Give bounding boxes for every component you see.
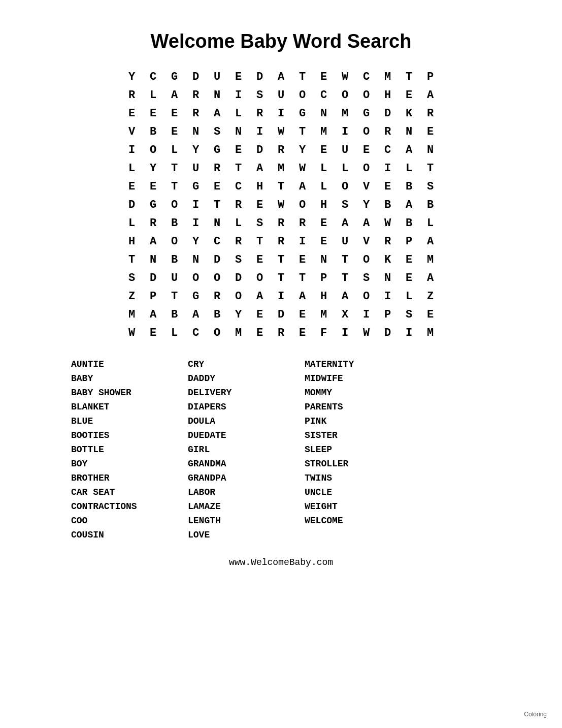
cell-11-1: D (143, 269, 164, 287)
cell-0-5: E (228, 68, 249, 86)
cell-14-2: L (164, 324, 185, 342)
cell-0-7: A (271, 68, 292, 86)
cell-14-6: E (249, 324, 271, 342)
cell-11-2: U (164, 269, 185, 287)
cell-11-6: O (249, 269, 271, 287)
cell-1-5: I (228, 86, 249, 104)
cell-7-8: O (292, 196, 313, 214)
cell-14-7: R (271, 324, 292, 342)
cell-4-3: Y (185, 141, 207, 159)
cell-6-3: G (185, 177, 207, 196)
cell-11-11: S (356, 269, 377, 287)
cell-13-3: A (185, 305, 207, 324)
word-item-1-10: LAMAZE (188, 499, 305, 514)
cell-4-14: N (420, 141, 441, 159)
page-title: Welcome Baby Word Search (41, 30, 521, 52)
cell-12-12: I (377, 287, 399, 305)
cell-6-6: H (249, 177, 271, 196)
website-url: www.WelcomeBaby.com (41, 557, 521, 567)
cell-9-6: T (249, 232, 271, 250)
word-item-0-12: COUSIN (71, 528, 188, 542)
word-item-2-6: SLEEP (305, 442, 421, 457)
word-item-0-10: CONTRACTIONS (71, 499, 188, 514)
cell-0-6: D (249, 68, 271, 86)
cell-12-10: A (335, 287, 356, 305)
cell-10-1: N (143, 250, 164, 269)
cell-5-8: W (292, 159, 313, 177)
cell-3-11: O (356, 122, 377, 141)
word-item-1-1: DADDY (188, 371, 305, 386)
cell-13-8: E (292, 305, 313, 324)
cell-7-7: W (271, 196, 292, 214)
cell-11-9: P (313, 269, 335, 287)
word-item-0-4: BLUE (71, 414, 188, 428)
cell-1-9: C (313, 86, 335, 104)
cell-7-4: T (207, 196, 228, 214)
cell-3-14: E (420, 122, 441, 141)
cell-1-13: E (399, 86, 420, 104)
cell-4-6: D (249, 141, 271, 159)
cell-13-13: S (399, 305, 420, 324)
cell-9-9: E (313, 232, 335, 250)
cell-3-5: N (228, 122, 249, 141)
page: Welcome Baby Word Search YCGDUEDATEWCMTP… (0, 0, 562, 728)
cell-2-12: D (377, 104, 399, 122)
cell-3-6: I (249, 122, 271, 141)
cell-6-14: S (420, 177, 441, 196)
cell-6-1: E (143, 177, 164, 196)
cell-7-2: O (164, 196, 185, 214)
cell-1-0: R (121, 86, 143, 104)
cell-10-8: E (292, 250, 313, 269)
cell-13-5: Y (228, 305, 249, 324)
cell-3-2: E (164, 122, 185, 141)
cell-5-6: A (249, 159, 271, 177)
cell-6-7: T (271, 177, 292, 196)
cell-5-14: T (420, 159, 441, 177)
word-col-1: CRYDADDYDELIVERYDIAPERSDOULADUEDATEGIRLG… (188, 357, 305, 542)
cell-14-1: E (143, 324, 164, 342)
cell-13-6: E (249, 305, 271, 324)
cell-4-11: E (356, 141, 377, 159)
cell-5-7: M (271, 159, 292, 177)
cell-12-14: Z (420, 287, 441, 305)
cell-9-14: A (420, 232, 441, 250)
word-item-1-2: DELIVERY (188, 386, 305, 400)
cell-3-9: M (313, 122, 335, 141)
cell-11-10: T (335, 269, 356, 287)
cell-5-11: O (356, 159, 377, 177)
cell-1-2: A (164, 86, 185, 104)
cell-5-5: T (228, 159, 249, 177)
word-item-0-9: CAR SEAT (71, 485, 188, 499)
word-item-2-12 (305, 528, 421, 532)
cell-14-11: W (356, 324, 377, 342)
cell-10-12: K (377, 250, 399, 269)
word-item-2-1: MIDWIFE (305, 371, 421, 386)
cell-8-14: L (420, 214, 441, 232)
word-item-0-5: BOOTIES (71, 428, 188, 442)
cell-7-0: D (121, 196, 143, 214)
cell-7-9: H (313, 196, 335, 214)
cell-8-3: I (185, 214, 207, 232)
cell-7-14: B (420, 196, 441, 214)
cell-0-3: D (185, 68, 207, 86)
cell-13-12: P (377, 305, 399, 324)
cell-7-5: R (228, 196, 249, 214)
cell-2-1: E (143, 104, 164, 122)
cell-0-1: C (143, 68, 164, 86)
cell-12-5: O (228, 287, 249, 305)
cell-5-1: Y (143, 159, 164, 177)
word-item-1-5: DUEDATE (188, 428, 305, 442)
cell-8-9: E (313, 214, 335, 232)
cell-8-1: R (143, 214, 164, 232)
cell-12-9: H (313, 287, 335, 305)
cell-11-13: E (399, 269, 420, 287)
cell-2-4: A (207, 104, 228, 122)
cell-14-9: F (313, 324, 335, 342)
cell-3-8: T (292, 122, 313, 141)
cell-0-0: Y (121, 68, 143, 86)
word-item-1-12: LOVE (188, 528, 305, 542)
cell-3-3: N (185, 122, 207, 141)
cell-7-10: S (335, 196, 356, 214)
word-item-0-7: BOY (71, 457, 188, 471)
cell-9-1: A (143, 232, 164, 250)
